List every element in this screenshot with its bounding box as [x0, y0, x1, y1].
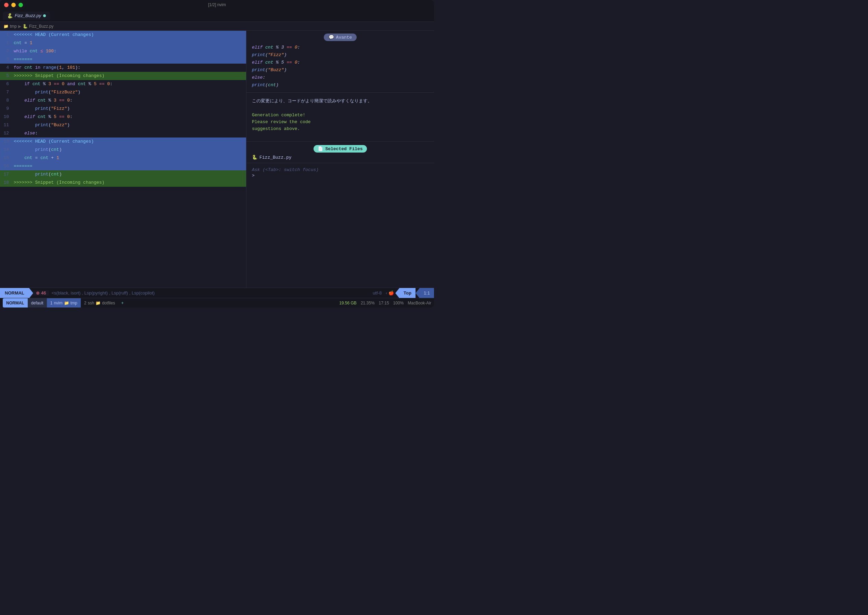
editor-tab[interactable]: 🐍 Fizz_Buzz.py: [3, 12, 50, 20]
cpu-usage: 21.35%: [361, 301, 375, 306]
code-content: for cnt in range(1, 101):: [13, 64, 246, 72]
avante-generation-complete: Generation complete! Please review the c…: [246, 111, 434, 134]
folder-icon2: 📁: [64, 301, 69, 306]
prompt-cursor: >: [252, 173, 429, 178]
python-file-icon2: 🐍: [252, 155, 257, 160]
code-content: cnt = 1: [13, 39, 246, 47]
code-content: if cnt % 3 == 0 and cnt % 5 == 0:: [13, 80, 246, 88]
maximize-button[interactable]: [19, 3, 23, 7]
line-number: 10: [0, 113, 13, 121]
line-number: 18: [0, 178, 13, 187]
python-icon: 🐍: [7, 13, 13, 19]
code-content: print(cnt): [13, 146, 246, 154]
error-count: 46: [41, 290, 46, 295]
code-content: print(cnt): [13, 170, 246, 178]
table-row: 16 =======: [0, 162, 246, 170]
vim-mode-badge: NORMAL: [0, 288, 29, 298]
divider2: [246, 141, 434, 142]
scroll-position-top: Top: [399, 288, 416, 298]
conflict-incoming-marker2: >>>>>>> Snippet (Incoming changes): [13, 178, 246, 187]
table-row: 13 <<<<<<< HEAD (Current changes): [0, 137, 246, 146]
window-title: [1/2] nvim: [208, 2, 226, 7]
line-number: 1: [0, 39, 13, 47]
code-area: 1 <<<<<<< HEAD (Current changes) 1 cnt =…: [0, 31, 246, 288]
tmux-session-name: default: [31, 301, 44, 306]
tmux-window-2[interactable]: 2 ssh 📁 dotfiles: [81, 298, 119, 308]
conflict-incoming-marker: >>>>>>> Snippet (Incoming changes): [13, 72, 246, 80]
breadcrumb-root: tmp: [10, 24, 17, 29]
avante-badge: 💬 Avante: [324, 34, 357, 41]
table-row: 9 print("Fizz"): [0, 105, 246, 113]
line-number: 14: [0, 146, 13, 154]
folder-icon3: 📁: [95, 301, 101, 306]
error-icon: ⊗: [36, 290, 40, 295]
selected-files-label: Selected Files: [325, 147, 363, 151]
avante-japanese-text: この変更により、コードがより簡潔で読みやすくなります。: [246, 95, 434, 107]
window-dir2: dotfiles: [102, 301, 115, 306]
table-row: 7 print("FizzBuzz"): [0, 88, 246, 97]
pos-arrow: [416, 288, 420, 298]
list-item: Generation complete!: [252, 112, 429, 119]
minimize-button[interactable]: [11, 3, 16, 7]
list-item: elif cnt % 5 == 0:: [252, 59, 429, 66]
editor-pane[interactable]: 1 <<<<<<< HEAD (Current changes) 1 cnt =…: [0, 31, 246, 288]
file-icon: 📄: [317, 146, 323, 151]
file-encoding: utf-8: [370, 290, 385, 295]
avante-file-item: 🐍 Fizz_Buzz.py: [246, 154, 434, 161]
time-display: 17:15: [379, 301, 389, 306]
table-row: 18 >>>>>>> Snippet (Incoming changes): [0, 178, 246, 187]
modified-indicator: [43, 14, 46, 17]
apple-icon: ‹ 🍎: [385, 290, 395, 295]
line-number: 17: [0, 170, 13, 178]
window-dir: tmp: [70, 301, 77, 306]
table-row: 11 print("Buzz"): [0, 121, 246, 129]
code-content: print("Fizz"): [13, 105, 246, 113]
tmux-window-1[interactable]: 1 nvim 📁 tmp: [47, 298, 81, 308]
list-item: suggestions above.: [252, 125, 429, 133]
table-row: 5 >>>>>>> Snippet (Incoming changes): [0, 72, 246, 80]
lsp-info: <s(black, isort) , Lsp(pyright) , Lsp(ru…: [49, 290, 158, 295]
table-row: 1 <<<<<<< HEAD (Current changes): [0, 31, 246, 39]
list-item: print("Buzz"): [252, 66, 429, 74]
line-number: 8: [0, 97, 13, 105]
table-row: 4 for cnt in range(1, 101):: [0, 64, 246, 72]
code-content: elif cnt % 3 == 0:: [13, 97, 246, 105]
code-content: while cnt ≤ 100:: [13, 47, 246, 55]
table-row: 2 while cnt ≤ 100:: [0, 47, 246, 55]
main-content: 1 <<<<<<< HEAD (Current changes) 1 cnt =…: [0, 31, 434, 288]
tmux-session: default: [28, 298, 47, 308]
table-row: 3 =======: [0, 55, 246, 64]
tmuxbar: NORMAL default 1 nvim 📁 tmp 2 ssh 📁 dotf…: [0, 298, 434, 308]
list-item: print(cnt): [252, 81, 429, 89]
python-file-icon: 🐍: [23, 24, 28, 29]
line-number: 9: [0, 105, 13, 113]
line-number: 4: [0, 64, 13, 72]
table-row: 14 print(cnt): [0, 146, 246, 154]
code-content: cnt = cnt + 1: [13, 154, 246, 162]
mode-arrow: [29, 288, 33, 298]
conflict-marker-head: <<<<<<< HEAD (Current changes): [13, 31, 246, 39]
window-num: 1: [50, 301, 53, 306]
speech-bubble-icon: 💬: [328, 34, 334, 40]
ask-placeholder: Ask (<Tab>: switch focus): [252, 167, 429, 173]
line-number: 2: [0, 47, 13, 55]
code-content: else:: [13, 129, 246, 137]
line-number: 5: [0, 72, 13, 80]
list-item: elif cnt % 3 == 0:: [252, 44, 429, 51]
disk-usage: 19.56 GB: [339, 301, 357, 306]
line-number: 16: [0, 162, 13, 170]
conflict-separator2: =======: [13, 162, 246, 170]
selected-files-badge: 📄 Selected Files: [314, 145, 367, 153]
close-button[interactable]: [4, 3, 9, 7]
line-number: 6: [0, 80, 13, 88]
tabbar: 🐍 Fizz_Buzz.py: [0, 9, 434, 22]
list-item: print("Fizz"): [252, 51, 429, 59]
cursor-position: 1:1: [420, 288, 434, 298]
code-content: elif cnt % 5 == 0:: [13, 113, 246, 121]
breadcrumb-separator: ▶: [18, 24, 21, 29]
avante-input-area[interactable]: Ask (<Tab>: switch focus) >: [246, 165, 434, 180]
table-row: 1 cnt = 1: [0, 39, 246, 47]
folder-icon: 📁: [3, 24, 9, 29]
table-row: 8 elif cnt % 3 == 0:: [0, 97, 246, 105]
breadcrumb: 📁 tmp ▶ 🐍 Fizz_Buzz.py: [0, 22, 434, 31]
